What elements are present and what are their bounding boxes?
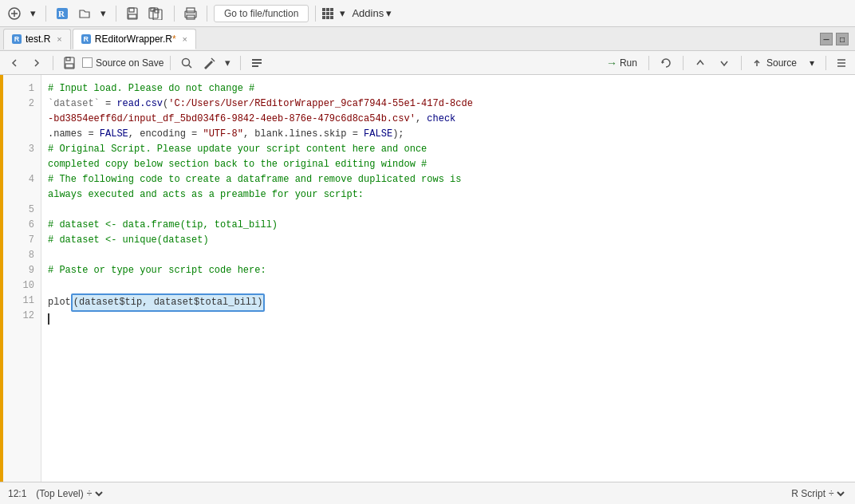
code-line-11: plot(dataset$tip, dataset$total_bill)	[48, 293, 849, 312]
svg-text:R: R	[58, 9, 65, 18]
up-button[interactable]	[690, 56, 711, 70]
cursor-position: 12:1	[8, 488, 26, 499]
code-line-7: # dataset <- unique(dataset)	[48, 233, 849, 248]
print-button[interactable]	[181, 6, 200, 22]
code-line-9: # Paste or type your script code here:	[48, 263, 849, 278]
new-file-button[interactable]	[5, 6, 24, 22]
tab-test-r[interactable]: R test.R ×	[3, 29, 71, 49]
svg-line-19	[189, 65, 192, 68]
kw-false1: FALSE	[100, 127, 128, 142]
comment-1: # Input load. Please do not change #	[48, 81, 254, 96]
go-to-function-button[interactable]: Go to file/function	[214, 5, 309, 22]
format-button[interactable]	[247, 55, 266, 71]
separator	[45, 6, 46, 22]
code-line-2b: -bd3854eeff6d/input_df_5bd034f6-9842-4ee…	[48, 112, 849, 127]
top-toolbar: ▾ R ▾ Go to file/function ▾ Addins ▾	[0, 0, 855, 27]
source-on-save-container: Source on Save	[82, 57, 164, 69]
dropdown2-button[interactable]: ▾	[97, 6, 109, 21]
menu-button[interactable]	[833, 56, 850, 70]
selection-highlight: (dataset$tip, dataset$total_bill)	[71, 293, 266, 312]
tab-label-test-r: test.R	[26, 33, 50, 45]
run-label: Run	[620, 57, 637, 69]
divider1	[53, 56, 53, 70]
modified-indicator: *	[172, 33, 176, 45]
run-arrow-icon: →	[606, 57, 617, 69]
divider4	[648, 56, 649, 70]
code-line-3: # Original Script. Please update your sc…	[48, 142, 849, 157]
forward-button[interactable]	[27, 55, 46, 71]
back-button[interactable]	[5, 55, 24, 71]
dropdown3-button[interactable]: ▾	[337, 6, 349, 21]
kw-false2: FALSE	[364, 127, 392, 142]
line-num-4: 4	[3, 172, 41, 187]
r-icon-button[interactable]: R	[53, 6, 72, 22]
divider3	[240, 56, 241, 70]
string-path2: -bd3854eeff6d/input_df_5bd034f6-9842-4ee…	[48, 112, 416, 127]
dropdown-button[interactable]: ▾	[27, 6, 39, 21]
magic-button[interactable]	[199, 55, 219, 71]
down-button[interactable]	[714, 56, 735, 70]
search-button[interactable]	[177, 55, 196, 71]
svg-rect-23	[252, 65, 258, 67]
line-num-1: 1	[3, 81, 41, 96]
save-all-button[interactable]	[145, 6, 167, 22]
svg-point-18	[183, 58, 190, 65]
grid-icon	[322, 8, 333, 19]
addins-button[interactable]: Addins ▾	[352, 7, 392, 19]
svg-rect-6	[129, 8, 134, 12]
minimize-button[interactable]: ─	[820, 33, 833, 45]
svg-rect-21	[252, 59, 262, 61]
line-num-9: 9	[3, 263, 41, 278]
window-controls: ─ □	[820, 33, 849, 45]
save-editor-button[interactable]	[60, 55, 79, 71]
comment-7: # dataset <- unique(dataset)	[48, 233, 209, 248]
r-file-icon: R	[12, 34, 22, 44]
text-cursor	[48, 313, 49, 325]
code-line-2c: .names = FALSE, encoding = "UTF-8", blan…	[48, 127, 849, 142]
kw-check: check	[427, 112, 455, 127]
separator4	[207, 6, 207, 22]
comment-3: # Original Script. Please update your sc…	[48, 142, 427, 157]
divider5	[683, 56, 684, 70]
line-num-12: 12	[3, 309, 41, 324]
script-type-select[interactable]: ÷	[825, 487, 847, 500]
line-num-cont4	[3, 187, 41, 203]
save-button[interactable]	[123, 6, 142, 22]
backtick-dataset: `dataset`	[48, 96, 100, 112]
tab-close-reditorwrapper[interactable]: ×	[183, 34, 187, 44]
func-read-csv: read.csv	[116, 96, 163, 112]
top-level-label: Top Level	[39, 488, 80, 499]
line-num-7: 7	[3, 233, 41, 248]
line-num-2: 2	[3, 96, 41, 112]
tab-close-test-r[interactable]: ×	[57, 34, 61, 44]
source-button[interactable]: Source	[748, 56, 802, 70]
comment-9: # Paste or type your script code here:	[48, 263, 266, 278]
code-editor[interactable]: # Input load. Please do not change # `da…	[41, 75, 855, 482]
run-button[interactable]: → Run	[601, 55, 642, 71]
separator5	[315, 6, 316, 22]
source-dropdown-button[interactable]: ▾	[805, 56, 819, 70]
line-numbers: 1 2 3 4 5 6 7 8 9 10 11 12	[3, 75, 41, 482]
svg-rect-22	[252, 62, 262, 64]
comment-4: # The following code to create a datafra…	[48, 172, 461, 187]
tab-label-reditorwrapper: REditorWrapper.R*	[95, 33, 176, 45]
separator3	[174, 6, 175, 22]
source-on-save-checkbox[interactable]	[82, 57, 93, 68]
line-num-11: 11	[3, 293, 41, 309]
tab-reditorwrapper-r[interactable]: R REditorWrapper.R* ×	[73, 29, 196, 49]
rerun-button[interactable]	[656, 56, 676, 70]
level-select[interactable]: ÷	[84, 487, 105, 500]
svg-marker-24	[662, 61, 664, 64]
tab-bar: R test.R × R REditorWrapper.R* × ─ □	[0, 27, 855, 51]
line-num-5: 5	[3, 203, 41, 218]
comment-4b: always executed and acts as a preamble f…	[48, 187, 364, 203]
line-num-cont2	[3, 127, 41, 142]
line-num-6: 6	[3, 218, 41, 233]
svg-rect-16	[66, 57, 70, 61]
maximize-button[interactable]: □	[836, 33, 849, 45]
code-line-5	[48, 203, 849, 218]
code-line-10	[48, 278, 849, 293]
svg-line-20	[211, 58, 215, 61]
open-button[interactable]	[75, 6, 94, 22]
dropdown-ed-button[interactable]: ▾	[222, 55, 234, 70]
